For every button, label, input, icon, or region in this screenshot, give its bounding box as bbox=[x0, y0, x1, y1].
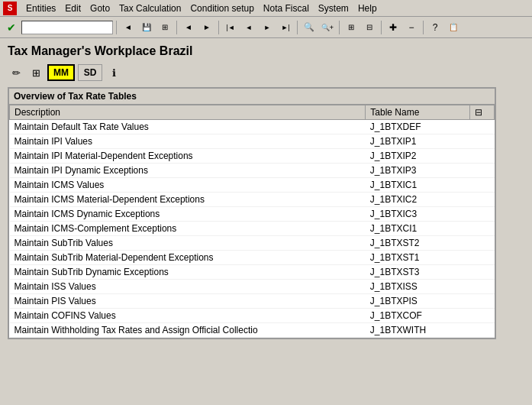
table-row[interactable]: Maintain Default Tax Rate ValuesJ_1BTXDE… bbox=[10, 120, 495, 134]
table-row[interactable]: Maintain COFINS ValuesJ_1BTXCOF bbox=[10, 309, 495, 323]
cell-table-name: J_1BTXIP3 bbox=[366, 164, 470, 178]
cell-table-name: J_1BTXIC3 bbox=[366, 207, 470, 222]
info-icon-btn[interactable]: ℹ bbox=[105, 64, 122, 81]
toolbar-sep6 bbox=[381, 21, 382, 34]
cell-description: Maintain Withholding Tax Rates and Assig… bbox=[10, 323, 366, 338]
toolbar-find-btn[interactable]: 🔍 bbox=[301, 19, 318, 36]
cell-empty bbox=[470, 265, 495, 280]
toolbar-sep4 bbox=[297, 21, 298, 34]
cell-description: Maintain Default Tax Rate Values bbox=[10, 120, 366, 134]
toolbar: ✔ ◄ 💾 ⊞ ◄ ► |◄ ◄ ► ►| 🔍 🔍+ ⊞ ⊟ ✚ − ? 📋 bbox=[0, 17, 532, 38]
cell-empty bbox=[470, 309, 495, 323]
menu-help[interactable]: Help bbox=[353, 2, 382, 15]
cell-description: Maintain IPI Material-Dependent Exceptio… bbox=[10, 149, 366, 164]
cell-empty bbox=[470, 323, 495, 338]
table-row[interactable]: Maintain IPI Dynamic ExceptionsJ_1BTXIP3 bbox=[10, 164, 495, 178]
menu-edit[interactable]: Edit bbox=[60, 2, 85, 15]
table-row[interactable]: Maintain SubTrib Material-Dependent Exce… bbox=[10, 251, 495, 265]
cell-description: Maintain SubTrib Values bbox=[10, 236, 366, 251]
toolbar-first-btn[interactable]: |◄ bbox=[222, 19, 239, 36]
toolbar-new-btn[interactable]: 📋 bbox=[445, 19, 462, 36]
toolbar-minus-btn[interactable]: − bbox=[403, 19, 420, 36]
cell-empty bbox=[470, 251, 495, 265]
col-tablename-header[interactable]: Table Name bbox=[366, 105, 470, 120]
cell-table-name: J_1BTXIC2 bbox=[366, 193, 470, 207]
toolbar-back-btn[interactable]: ◄ bbox=[180, 19, 197, 36]
cell-description: Maintain ICMS Material-Dependent Excepti… bbox=[10, 193, 366, 207]
grid-icon-btn[interactable]: ⊞ bbox=[27, 64, 44, 81]
toolbar-help-btn[interactable]: ? bbox=[427, 19, 443, 36]
tab-row: ✏ ⊞ MM SD ℹ bbox=[8, 64, 524, 81]
table-row[interactable]: Maintain ICMS Material-Dependent Excepti… bbox=[10, 193, 495, 207]
table-row[interactable]: Maintain ICMS-Complement ExceptionsJ_1BT… bbox=[10, 222, 495, 236]
toolbar-plus-btn[interactable]: ✚ bbox=[385, 19, 401, 36]
tax-rate-table: Description Table Name ⊟ Maintain Defaul… bbox=[9, 105, 495, 338]
toolbar-input[interactable] bbox=[21, 21, 113, 34]
cell-empty bbox=[470, 149, 495, 164]
cell-empty bbox=[470, 236, 495, 251]
cell-table-name: J_1BTXISS bbox=[366, 280, 470, 294]
toolbar-grid-btn[interactable]: ⊞ bbox=[343, 19, 360, 36]
cell-empty bbox=[470, 294, 495, 309]
menu-goto[interactable]: Goto bbox=[85, 2, 114, 15]
cell-table-name: J_1BTXCI1 bbox=[366, 222, 470, 236]
cell-empty bbox=[470, 222, 495, 236]
cell-description: Maintain SubTrib Dynamic Exceptions bbox=[10, 265, 366, 280]
toolbar-save-btn[interactable]: 💾 bbox=[138, 19, 155, 36]
cell-table-name: J_1BTXWITH bbox=[366, 323, 470, 338]
page-title: Tax Manager's Workplace Brazil bbox=[8, 44, 524, 58]
menu-bar: S Entities Edit Goto Tax Calculation Con… bbox=[0, 0, 532, 17]
toolbar-last-btn[interactable]: ►| bbox=[277, 19, 294, 36]
menu-nota-fiscal[interactable]: Nota Fiscal bbox=[259, 2, 314, 15]
table-row[interactable]: Maintain PIS ValuesJ_1BTXPIS bbox=[10, 294, 495, 309]
sap-logo-icon: S bbox=[3, 2, 17, 15]
edit-icon-btn[interactable]: ✏ bbox=[8, 64, 24, 81]
col-description-header[interactable]: Description bbox=[10, 105, 366, 120]
cell-description: Maintain ISS Values bbox=[10, 280, 366, 294]
page-content: Tax Manager's Workplace Brazil ✏ ⊞ MM SD… bbox=[0, 38, 532, 345]
table-row[interactable]: Maintain IPI Material-Dependent Exceptio… bbox=[10, 149, 495, 164]
col-sort-icon[interactable]: ⊟ bbox=[470, 105, 495, 120]
menu-condition-setup[interactable]: Condition setup bbox=[185, 2, 258, 15]
tab-mm[interactable]: MM bbox=[47, 64, 75, 81]
menu-entities[interactable]: Entities bbox=[21, 2, 60, 15]
toolbar-shortcut-btn[interactable]: ⊞ bbox=[156, 19, 173, 36]
toolbar-check-btn[interactable]: ✔ bbox=[3, 19, 20, 36]
cell-table-name: J_1BTXDEF bbox=[366, 120, 470, 134]
cell-table-name: J_1BTXPIS bbox=[366, 294, 470, 309]
cell-table-name: J_1BTXST1 bbox=[366, 251, 470, 265]
cell-description: Maintain IPI Dynamic Exceptions bbox=[10, 164, 366, 178]
table-container[interactable]: Description Table Name ⊟ Maintain Defaul… bbox=[9, 105, 495, 338]
cell-description: Maintain ICMS Values bbox=[10, 178, 366, 193]
toolbar-next-btn[interactable]: ► bbox=[259, 19, 276, 36]
cell-description: Maintain SubTrib Material-Dependent Exce… bbox=[10, 251, 366, 265]
menu-system[interactable]: System bbox=[314, 2, 353, 15]
cell-description: Maintain IPI Values bbox=[10, 134, 366, 149]
table-row[interactable]: Maintain ISS ValuesJ_1BTXISS bbox=[10, 280, 495, 294]
table-row[interactable]: Maintain ICMS Dynamic ExceptionsJ_1BTXIC… bbox=[10, 207, 495, 222]
table-header-row: Description Table Name ⊟ bbox=[10, 105, 495, 120]
toolbar-grid2-btn[interactable]: ⊟ bbox=[361, 19, 378, 36]
cell-empty bbox=[470, 280, 495, 294]
cell-empty bbox=[470, 164, 495, 178]
cell-empty bbox=[470, 178, 495, 193]
table-row[interactable]: Maintain IPI ValuesJ_1BTXIP1 bbox=[10, 134, 495, 149]
cell-table-name: J_1BTXST3 bbox=[366, 265, 470, 280]
toolbar-find2-btn[interactable]: 🔍+ bbox=[319, 19, 336, 36]
cell-empty bbox=[470, 207, 495, 222]
table-body: Maintain Default Tax Rate ValuesJ_1BTXDE… bbox=[10, 120, 495, 338]
cell-table-name: J_1BTXIP1 bbox=[366, 134, 470, 149]
table-row[interactable]: Maintain ICMS ValuesJ_1BTXIC1 bbox=[10, 178, 495, 193]
table-row[interactable]: Maintain SubTrib Dynamic ExceptionsJ_1BT… bbox=[10, 265, 495, 280]
menu-tax-calculation[interactable]: Tax Calculation bbox=[114, 2, 185, 15]
toolbar-fwd-btn[interactable]: ► bbox=[198, 19, 215, 36]
toolbar-nav-back-btn[interactable]: ◄ bbox=[120, 19, 137, 36]
cell-description: Maintain COFINS Values bbox=[10, 309, 366, 323]
toolbar-sep7 bbox=[423, 21, 424, 34]
toolbar-prev-btn[interactable]: ◄ bbox=[240, 19, 257, 36]
tab-sd[interactable]: SD bbox=[78, 64, 102, 81]
cell-empty bbox=[470, 134, 495, 149]
table-row[interactable]: Maintain SubTrib ValuesJ_1BTXST2 bbox=[10, 236, 495, 251]
cell-description: Maintain PIS Values bbox=[10, 294, 366, 309]
table-row[interactable]: Maintain Withholding Tax Rates and Assig… bbox=[10, 323, 495, 338]
